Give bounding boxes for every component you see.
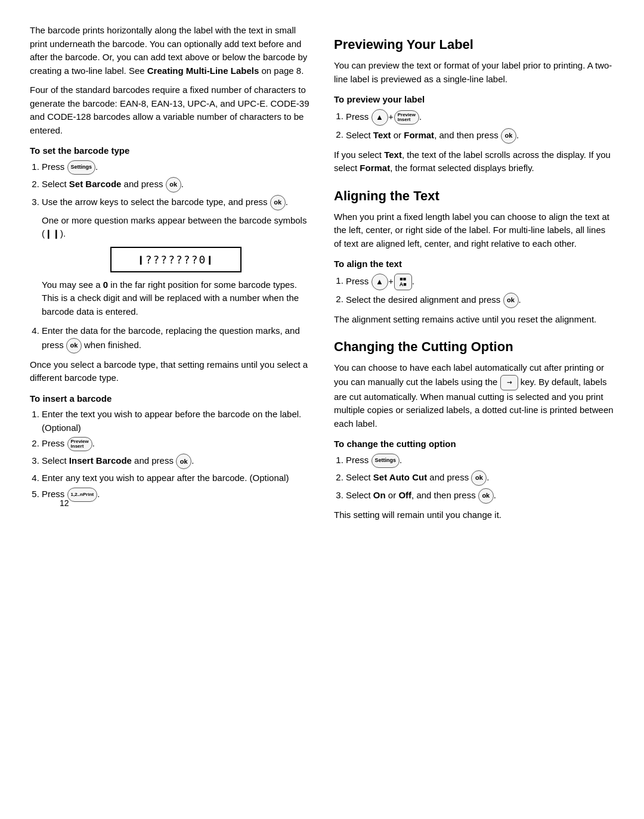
ok-key-5: ok <box>501 128 516 144</box>
step-1: Press Settings. <box>42 160 310 175</box>
set-barcode-steps: Press Settings. Select Set Barcode and p… <box>30 160 310 353</box>
barcode-display-container: ❙???????0❙ <box>42 247 310 272</box>
settings-key-2: Settings <box>371 454 400 468</box>
intro-paragraph-1: The barcode prints horizontally along th… <box>30 24 310 77</box>
ok-key-8: ok <box>478 488 494 504</box>
preview-steps: Press ▲+PreviewInsert. Select Text or Fo… <box>334 109 614 144</box>
step-4: Enter the data for the barcode, replacin… <box>42 324 310 353</box>
align-key: ■■A■ <box>394 274 412 290</box>
preview-step-1: Press ▲+PreviewInsert. <box>346 109 614 126</box>
align-step-1: Press ▲+■■A■. <box>346 274 614 290</box>
align-steps: Press ▲+■■A■. Select the desired alignme… <box>334 274 614 308</box>
insert-barcode-heading: To insert a barcode <box>30 392 310 406</box>
insert-step-4: Enter any text you wish to appear after … <box>42 471 310 485</box>
cutting-step-3: Select On or Off, and then press ok. <box>346 488 614 504</box>
ok-key-6: ok <box>503 293 519 308</box>
previewing-heading: Previewing Your Label <box>334 35 614 54</box>
insert-step-1: Enter the text you wish to appear before… <box>42 408 310 435</box>
aligning-intro: When you print a fixed length label you … <box>334 210 614 251</box>
ok-key-4: ok <box>176 454 191 469</box>
aligning-heading: Aligning the Text <box>334 186 614 206</box>
print-key: 1,2..nPrint <box>67 488 98 502</box>
cutting-step-2: Select Set Auto Cut and press ok. <box>346 470 614 486</box>
zero-note: You may see a 0 in the far right positio… <box>42 278 310 319</box>
ok-key: ok <box>166 177 181 193</box>
insert-barcode-steps: Enter the text you wish to appear before… <box>30 408 310 502</box>
bold-ref: Creating Multi-Line Labels <box>147 66 259 76</box>
align-text-heading: To align the text <box>334 258 614 271</box>
ok-key-3: ok <box>66 338 82 353</box>
insert-step-2: Press PreviewInsert. <box>42 437 310 451</box>
preview-step-2: Select Text or Format, and then press ok… <box>346 128 614 144</box>
previewing-intro: You can preview the text or format of yo… <box>334 59 614 86</box>
cutting-option-heading: To change the cutting option <box>334 438 614 451</box>
cutting-heading: Changing the Cutting Option <box>334 337 614 356</box>
step-3: Use the arrow keys to select the barcode… <box>42 195 310 319</box>
intro-paragraph-2: Four of the standard barcodes require a … <box>30 83 310 137</box>
cutting-steps: Press Settings. Select Set Auto Cut and … <box>334 454 614 504</box>
shift-key-2: ▲ <box>371 274 388 290</box>
preview-label-heading: To preview your label <box>334 93 614 107</box>
right-column: Previewing Your Label You can preview th… <box>334 24 614 528</box>
align-step-2: Select the desired alignment and press o… <box>346 293 614 308</box>
preview-note: If you select Text, the text of the labe… <box>334 148 614 175</box>
set-barcode-heading: To set the barcode type <box>30 144 310 158</box>
cutting-intro: You can choose to have each label automa… <box>334 361 614 430</box>
barcode-display: ❙???????0❙ <box>110 247 242 272</box>
ok-key-7: ok <box>471 470 487 486</box>
insert-step-5: Press 1,2..nPrint. <box>42 488 310 502</box>
settings-key: Settings <box>67 160 96 175</box>
insert-step-3: Select Insert Barcode and press ok. <box>42 454 310 469</box>
cutting-step-1: Press Settings. <box>346 454 614 468</box>
once-select-note: Once you select a barcode type, that set… <box>30 358 310 385</box>
shift-key: ▲ <box>371 109 388 126</box>
preview-insert-key: PreviewInsert <box>67 437 92 451</box>
page-number: 12 <box>60 497 69 510</box>
ok-key-2: ok <box>270 195 286 210</box>
step-2: Select Set Barcode and press ok. <box>42 177 310 193</box>
preview-insert-key-2: PreviewInsert <box>394 110 419 125</box>
left-column: The barcode prints horizontally along th… <box>30 24 310 528</box>
cut-key: ⇾ <box>500 375 518 390</box>
cutting-note: This setting will remain until you chang… <box>334 508 614 522</box>
align-note: The alignment setting remains active unt… <box>334 313 614 327</box>
barcode-note: One or more question marks appear betwee… <box>42 214 310 241</box>
page-content: The barcode prints horizontally along th… <box>30 24 614 528</box>
